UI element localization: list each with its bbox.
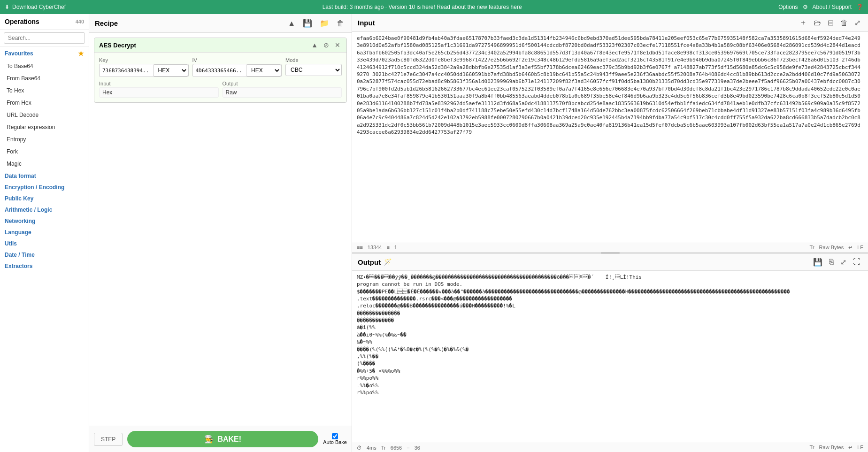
recipe-key-iv-row: Key HEX UTF-8 Latin1 Base64 (99, 57, 342, 77)
recipe-card-header: AES Decrypt ▲ ⊘ ✕ (94, 38, 346, 53)
sidebar-item-to-hex[interactable]: To Hex (0, 84, 89, 97)
gear-icon[interactable]: ⚙ (803, 4, 808, 10)
output-max-button[interactable]: ⛶ (851, 257, 862, 267)
sidebar-item-from-base64[interactable]: From Base64 (0, 72, 89, 84)
auto-bake-label[interactable]: Auto Bake (323, 439, 347, 445)
output-save-button[interactable]: 💾 (811, 257, 824, 268)
input-clear-button[interactable]: 🗑 (838, 18, 850, 28)
input-eol-icon: ↵ (848, 245, 853, 251)
recipe-header: Recipe ▲ 💾 📁 🗑 (89, 14, 352, 33)
recipe-input-label: Input (99, 81, 219, 86)
options-link[interactable]: Options (778, 4, 798, 10)
recipe-iv-type-select[interactable]: HEX UTF-8 Latin1 Base64 (246, 64, 281, 77)
auto-bake-wrap: Auto Bake (323, 433, 347, 445)
output-title-group: Output 🪄 (358, 258, 392, 266)
build-info: Last build: 3 months ago · Version 10 is… (323, 4, 522, 10)
sidebar-section-datetime[interactable]: Date / Time (0, 249, 89, 260)
recipe-card-aes-decrypt: AES Decrypt ▲ ⊘ ✕ Key (94, 38, 347, 103)
io-panel: Input ＋ 🗁 ⊟ 🗑 ⤢ efaa6b6024bae0f90481d9fb… (352, 14, 868, 452)
recipe-card-title: AES Decrypt (99, 42, 136, 49)
output-copy-button[interactable]: ⎘ (827, 257, 836, 267)
output-header: Output 🪄 💾 ⎘ ⤢ ⛶ (352, 254, 868, 271)
recipe-io-row: Input Hex Output Raw (99, 81, 342, 98)
input-split-button[interactable]: ⊟ (826, 17, 836, 28)
sidebar-favourites[interactable]: Favourites ★ (0, 47, 89, 60)
search-input[interactable] (4, 32, 85, 44)
input-lines-count: 1 (394, 245, 397, 250)
input-content[interactable]: efaa6b6024bae0f90481d9fb4ab40a3fdae65178… (352, 32, 868, 243)
recipe-save-button[interactable]: 💾 (301, 18, 314, 29)
sidebar-section-language[interactable]: Language (0, 226, 89, 237)
recipe-mode-label: Mode (285, 57, 342, 63)
sidebar-section-utils[interactable]: Utils (0, 237, 89, 249)
recipe-mode-select[interactable]: CBC ECB CTR CFB OFB (285, 64, 342, 76)
recipe-mode-field: Mode CBC ECB CTR CFB OFB (285, 57, 342, 77)
recipe-toolbar: ▲ 💾 📁 🗑 (286, 18, 346, 29)
sidebar-search-container (0, 30, 89, 47)
output-footer-right: Tr Raw Bytes ↵ LF (810, 444, 863, 451)
recipe-key-field: Key HEX UTF-8 Latin1 Base64 (99, 57, 189, 77)
recipe-card-remove-button[interactable]: ✕ (333, 41, 342, 49)
input-max-button[interactable]: ⤢ (853, 17, 862, 28)
input-add-button[interactable]: ＋ (798, 17, 809, 29)
output-magic-icon[interactable]: 🪄 (384, 258, 392, 266)
recipe-key-input[interactable] (100, 66, 153, 76)
output-content[interactable]: MZ•������ÿÿ��¸�������@����������������… (352, 271, 868, 443)
recipe-iv-field: IV HEX UTF-8 Latin1 Base64 (192, 57, 282, 77)
favourites-label: Favourites (5, 50, 33, 57)
recipe-key-type-select[interactable]: HEX UTF-8 Latin1 Base64 (153, 64, 188, 77)
input-bytes-icon: ≡≡ (357, 245, 363, 250)
input-open-button[interactable]: 🗁 (812, 18, 823, 28)
download-icon: ⬇ (5, 4, 9, 10)
output-type-label: Raw Bytes (819, 444, 844, 451)
about-link[interactable]: About / Support (813, 4, 852, 10)
topbar-center: Last build: 3 months ago · Version 10 is… (66, 4, 778, 10)
sidebar-item-url-decode[interactable]: URL Decode (0, 109, 89, 121)
sidebar-count: 440 (76, 19, 84, 24)
output-title: Output (358, 258, 381, 266)
sidebar-item-regex[interactable]: Regular expression (0, 121, 89, 133)
input-type-icon: Tr (810, 245, 814, 251)
recipe-card-disable-button[interactable]: ⊘ (322, 41, 330, 49)
download-link[interactable]: Download CyberChef (12, 4, 66, 10)
recipe-body: AES Decrypt ▲ ⊘ ✕ Key (89, 33, 352, 426)
input-header: Input ＋ 🗁 ⊟ 🗑 ⤢ (352, 14, 868, 32)
sidebar-section-arithmetic[interactable]: Arithmetic / Logic (0, 204, 89, 215)
sidebar-section-public-key[interactable]: Public Key (0, 192, 89, 204)
help-icon: ❓ (856, 4, 863, 10)
sidebar-item-entropy[interactable]: Entropy (0, 133, 89, 146)
output-time-icon: ⏱ (357, 445, 362, 451)
sidebar-section-networking[interactable]: Networking (0, 215, 89, 226)
sidebar-section-encryption[interactable]: Encryption / Encoding (0, 181, 89, 192)
recipe-iv-input[interactable] (193, 66, 246, 76)
auto-bake-checkbox[interactable] (332, 433, 338, 439)
recipe-card-body: Key HEX UTF-8 Latin1 Base64 (94, 53, 346, 102)
output-eol-label: LF (857, 444, 863, 451)
input-type-label: Raw Bytes (819, 245, 844, 251)
recipe-key-input-group: HEX UTF-8 Latin1 Base64 (99, 64, 189, 77)
sidebar-header: Operations 440 (0, 14, 89, 30)
recipe-open-button[interactable]: 📁 (318, 18, 331, 29)
io-divider[interactable] (352, 252, 868, 254)
sidebar-section-extractors[interactable]: Extractors (0, 260, 89, 271)
recipe-clear-button[interactable]: 🗑 (335, 18, 346, 29)
bake-button[interactable]: 👨‍🍳 BAKE! (127, 431, 318, 447)
step-button[interactable]: STEP (94, 433, 123, 446)
sidebar-item-to-base64[interactable]: To Base64 (0, 60, 89, 72)
output-section: Output 🪄 💾 ⎘ ⤢ ⛶ MZ•������ÿÿ��¸�������… (352, 254, 868, 452)
recipe-card-collapse-button[interactable]: ▲ (310, 41, 319, 49)
recipe-input-field: Input Hex (99, 81, 219, 98)
sidebar-section-data-format[interactable]: Data format (0, 170, 89, 181)
input-bytes-count: 13344 (368, 245, 382, 250)
star-icon: ★ (78, 50, 84, 57)
output-bytes-icon: Tr (381, 445, 386, 451)
sidebar-item-magic[interactable]: Magic (0, 158, 89, 170)
sidebar-item-fork[interactable]: Fork (0, 146, 89, 158)
input-eol-label: LF (857, 245, 863, 251)
recipe-collapse-button[interactable]: ▲ (286, 18, 297, 29)
recipe-card-actions: ▲ ⊘ ✕ (310, 41, 342, 49)
output-expand-button[interactable]: ⤢ (838, 257, 848, 268)
sidebar-item-from-hex[interactable]: From Hex (0, 97, 89, 109)
input-footer: ≡≡ 13344 ≡ 1 Tr Raw Bytes ↵ LF (352, 243, 868, 252)
output-toolbar: 💾 ⎘ ⤢ ⛶ (811, 257, 862, 268)
